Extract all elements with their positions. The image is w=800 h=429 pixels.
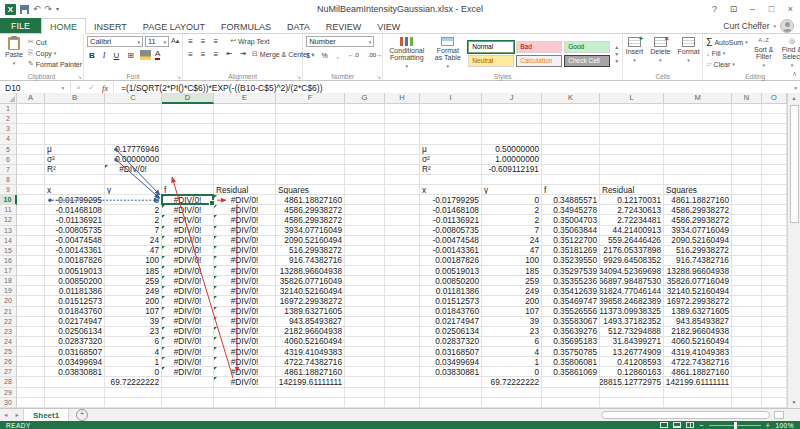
help-button[interactable]: ?: [705, 4, 724, 14]
cell-O1[interactable]: [762, 104, 787, 114]
zoom-slider[interactable]: [709, 425, 761, 426]
cell-F25[interactable]: 4319.41049383: [276, 347, 345, 357]
cell-J30[interactable]: [482, 398, 542, 408]
comma-style-button[interactable]: ,: [335, 52, 341, 59]
row-header-17[interactable]: 17: [0, 266, 17, 276]
cell-N26[interactable]: [732, 357, 762, 367]
cell-M2[interactable]: [664, 114, 732, 124]
cell-K13[interactable]: 0.35063844: [542, 226, 600, 236]
save-icon[interactable]: [20, 5, 29, 14]
cell-D25[interactable]: #DIV/0!: [162, 347, 214, 357]
cell-M24[interactable]: 4060.52160494: [664, 337, 732, 347]
column-header-L[interactable]: L: [600, 93, 664, 104]
cell-E30[interactable]: [214, 398, 276, 408]
cell-E2[interactable]: [214, 114, 276, 124]
cell-J24[interactable]: 6: [482, 337, 542, 347]
cell-L27[interactable]: 0.12860163: [600, 367, 664, 377]
cell-C4[interactable]: [105, 134, 162, 144]
cell-J4[interactable]: [482, 134, 542, 144]
style-chip-check-cell[interactable]: Check Cell: [564, 55, 610, 67]
align-left-icon[interactable]: ≡: [186, 50, 195, 59]
row-header-25[interactable]: 25: [0, 347, 17, 357]
cell-C8[interactable]: [105, 175, 162, 185]
cell-A14[interactable]: [17, 236, 45, 246]
cell-F18[interactable]: 35826.07716049: [276, 276, 345, 286]
autosum-button[interactable]: ΣAutoSum▾: [706, 37, 748, 47]
cell-L2[interactable]: [600, 114, 664, 124]
user-avatar[interactable]: [780, 19, 794, 33]
cell-G7[interactable]: [345, 165, 385, 175]
cell-B17[interactable]: 0.00519013: [45, 266, 105, 276]
cell-J28[interactable]: 69.72222222: [482, 377, 542, 387]
cell-H9[interactable]: [385, 185, 420, 195]
cell-N8[interactable]: [732, 175, 762, 185]
cell-I28[interactable]: [420, 377, 482, 387]
copy-button[interactable]: ⎘Copy▾: [28, 48, 82, 58]
cell-A5[interactable]: [17, 145, 45, 155]
cell-M25[interactable]: 4319.41049383: [664, 347, 732, 357]
cell-A25[interactable]: [17, 347, 45, 357]
cell-L16[interactable]: 9929.64508352: [600, 256, 664, 266]
cell-F5[interactable]: [276, 145, 345, 155]
cell-A20[interactable]: [17, 296, 45, 306]
cell-O13[interactable]: [762, 226, 787, 236]
row-header-9[interactable]: 9: [0, 185, 17, 195]
cell-C22[interactable]: 39: [105, 317, 162, 327]
cell-D13[interactable]: #DIV/0!: [162, 226, 214, 236]
cell-D21[interactable]: #DIV/0!: [162, 307, 214, 317]
cell-N18[interactable]: [732, 276, 762, 286]
cell-J5[interactable]: 0.50000000: [482, 145, 542, 155]
cell-B2[interactable]: [45, 114, 105, 124]
column-header-O[interactable]: O: [762, 93, 787, 104]
cell-A16[interactable]: [17, 256, 45, 266]
normal-view-icon[interactable]: [660, 422, 668, 428]
cell-E1[interactable]: [214, 104, 276, 114]
cell-B5[interactable]: μ: [45, 145, 105, 155]
cell-J7[interactable]: -0.609112191: [482, 165, 542, 175]
cell-H15[interactable]: [385, 246, 420, 256]
cell-M4[interactable]: [664, 134, 732, 144]
cell-I20[interactable]: 0.01512573: [420, 296, 482, 306]
cell-L18[interactable]: 66897.98487530: [600, 276, 664, 286]
cell-I13[interactable]: -0.00805735: [420, 226, 482, 236]
cell-H27[interactable]: [385, 367, 420, 377]
cell-N4[interactable]: [732, 134, 762, 144]
ribbon-tab-data[interactable]: DATA: [279, 18, 318, 34]
vertical-scroll-thumb[interactable]: [790, 105, 799, 223]
cell-C18[interactable]: 259: [105, 276, 162, 286]
cell-H20[interactable]: [385, 296, 420, 306]
cell-B9[interactable]: x: [45, 185, 105, 195]
cell-G13[interactable]: [345, 226, 385, 236]
cell-O23[interactable]: [762, 327, 787, 337]
style-chip-bad[interactable]: Bad: [516, 41, 562, 53]
cell-D22[interactable]: #DIV/0!: [162, 317, 214, 327]
cell-I22[interactable]: 0.02174947: [420, 317, 482, 327]
cancel-icon[interactable]: ×: [72, 83, 85, 92]
fill-color-button[interactable]: [140, 50, 151, 60]
cell-H5[interactable]: [385, 145, 420, 155]
cell-O22[interactable]: [762, 317, 787, 327]
cell-F27[interactable]: 4861.18827160: [276, 367, 345, 377]
cell-A27[interactable]: [17, 367, 45, 377]
cell-D4[interactable]: [162, 134, 214, 144]
row-header-3[interactable]: 3: [0, 124, 17, 134]
number-format-select[interactable]: Number▾: [306, 36, 374, 47]
cell-C17[interactable]: 185: [105, 266, 162, 276]
cell-F21[interactable]: 1389.63271605: [276, 307, 345, 317]
ribbon-tab-formulas[interactable]: FORMULAS: [213, 18, 279, 34]
cell-G5[interactable]: [345, 145, 385, 155]
cell-J26[interactable]: 1: [482, 357, 542, 367]
cell-C27[interactable]: 0: [105, 367, 162, 377]
row-header-5[interactable]: 5: [0, 145, 17, 155]
cell-C23[interactable]: 23: [105, 327, 162, 337]
cell-J2[interactable]: [482, 114, 542, 124]
cell-N23[interactable]: [732, 327, 762, 337]
cell-H23[interactable]: [385, 327, 420, 337]
cell-E27[interactable]: #DIV/0!: [214, 367, 276, 377]
cell-C10[interactable]: 0: [105, 195, 162, 205]
cell-F10[interactable]: 4861.18827160: [276, 195, 345, 205]
ribbon-tab-view[interactable]: VIEW: [369, 18, 408, 34]
cell-D14[interactable]: #DIV/0!: [162, 236, 214, 246]
cell-L4[interactable]: [600, 134, 664, 144]
cell-M17[interactable]: 13288.96604938: [664, 266, 732, 276]
